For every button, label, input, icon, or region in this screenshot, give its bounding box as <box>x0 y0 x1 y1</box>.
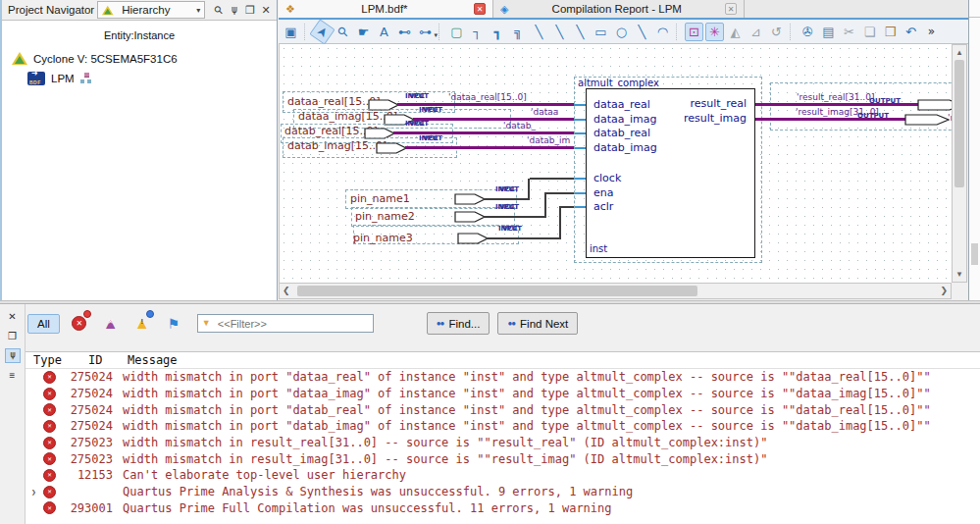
search-icon[interactable]: ⚲ <box>209 0 230 20</box>
tree-item-device[interactable]: Cyclone V: 5CSEMA5F31C6 <box>12 52 277 65</box>
node-wire[interactable] <box>559 206 561 239</box>
tree-item-lpm[interactable]: LPM <box>27 72 277 85</box>
oval-tool-button[interactable]: ○ <box>612 23 631 41</box>
node-wire[interactable] <box>484 198 530 200</box>
input-pin-name[interactable]: pin_name2 <box>355 210 415 223</box>
column-header-id[interactable]: ID <box>88 353 102 367</box>
node-wire[interactable] <box>528 179 530 200</box>
input-pin-symbol[interactable] <box>454 211 486 223</box>
tab-lpm-bdf[interactable]: ❖ LPM.bdf* ✕ <box>279 0 493 18</box>
filter-flags-button[interactable]: ⚑ <box>162 313 185 335</box>
flip-horizontal-button[interactable]: ◭ <box>726 23 745 41</box>
node-wire[interactable] <box>544 192 546 218</box>
instance-name-label[interactable]: inst <box>590 243 607 254</box>
windows-cascade-button[interactable]: ▣ <box>282 23 300 41</box>
close-tab-icon[interactable]: ✕ <box>474 3 486 15</box>
scroll-down-icon[interactable]: ▾ <box>954 267 965 282</box>
input-pin-name[interactable]: pin_name1 <box>350 192 410 205</box>
rotate-left-button[interactable]: ↺ <box>767 23 786 41</box>
float-panel-icon[interactable]: ❐ <box>243 3 257 18</box>
pin-icon[interactable]: ⋔ <box>228 3 241 18</box>
input-pin-name[interactable]: pin_name3 <box>353 232 413 244</box>
diagonal-conduit-tool-button[interactable]: ╲ <box>571 23 590 41</box>
zoom-tool-button[interactable]: ⚲ <box>330 19 356 45</box>
undo-button[interactable]: ↶ <box>902 23 920 41</box>
filter-warnings-button[interactable]: ▲ <box>130 313 154 335</box>
input-pin-symbol[interactable] <box>457 233 489 244</box>
scrollbar-thumb[interactable] <box>954 60 964 187</box>
orthogonal-bus-tool-button[interactable]: ┓ <box>489 23 507 41</box>
toolbar-overflow-button[interactable]: » <box>922 23 941 41</box>
message-row[interactable]: ❯ Quartus Prime Analysis & Synthesis was… <box>26 484 980 500</box>
wire-label[interactable]: datab_im <box>527 135 570 145</box>
wire-label[interactable]: datab_ <box>503 121 536 131</box>
message-row[interactable]: 275024 width mismatch in port "datab_ima… <box>26 418 980 435</box>
message-row[interactable]: 293001 Quartus Prime Full Compilation wa… <box>26 500 980 517</box>
scrollbar-thumb[interactable] <box>297 286 697 296</box>
paste-button[interactable]: ❒ <box>881 23 900 41</box>
message-row[interactable]: 275024 width mismatch in port "datab_rea… <box>26 401 980 418</box>
pin-icon[interactable]: ⋔ <box>5 348 21 363</box>
save-button[interactable]: ✇ <box>799 23 817 41</box>
block-tool-button[interactable]: ▢ <box>447 23 466 41</box>
horizontal-scrollbar[interactable]: ❮ ❯ <box>279 283 952 299</box>
close-icon[interactable]: ✕ <box>5 309 21 324</box>
text-tool-button[interactable]: A <box>375 23 393 41</box>
column-header-message[interactable]: Message <box>128 353 178 367</box>
close-tab-icon[interactable]: ✕ <box>725 3 737 15</box>
rubberbanding-tool-button[interactable]: ✳ <box>705 23 724 41</box>
diagonal-node-tool-button[interactable]: ╲ <box>530 23 548 41</box>
pan-tool-button[interactable]: ☛ <box>354 23 373 41</box>
line-tool-button[interactable]: ╲ <box>633 23 651 41</box>
filter-all-button[interactable]: All <box>27 314 60 334</box>
tab-compilation-report[interactable]: ◈ Compilation Report - LPM ✕ <box>493 0 745 18</box>
vertical-scrollbar[interactable]: ▴ ▾ <box>952 44 967 283</box>
diagonal-bus-tool-button[interactable]: ╲ <box>550 23 569 41</box>
wire-label[interactable]: dataa_real[15..0] <box>448 92 527 102</box>
view-mode-selector[interactable]: Hierarchy ▾ <box>97 1 205 19</box>
input-pin-symbol[interactable] <box>376 142 407 154</box>
message-filter-input[interactable] <box>197 314 374 333</box>
message-row[interactable]: 275024 width mismatch in port "dataa_ima… <box>26 386 980 402</box>
expand-chevron-icon[interactable]: ❯ <box>31 488 43 497</box>
symbol-tool-button[interactable]: ⊷ <box>395 23 414 41</box>
find-next-button[interactable]: ●● Find Next <box>497 312 578 335</box>
rectangle-tool-button[interactable]: ▭ <box>592 23 610 41</box>
node-wire[interactable] <box>546 192 576 194</box>
node-wire[interactable] <box>530 178 576 180</box>
cut-button[interactable]: ✂ <box>840 23 858 41</box>
message-row[interactable]: 275024 width mismatch in port "dataa_rea… <box>26 369 980 386</box>
input-pin-name[interactable]: datab_imag[15..0] <box>287 139 387 152</box>
partition-tool-button[interactable]: ⊡ <box>685 23 703 41</box>
scroll-right-icon[interactable]: ❯ <box>937 284 951 298</box>
wire-label[interactable]: result_real[31..0] <box>797 92 874 102</box>
input-pin-symbol[interactable] <box>454 193 486 205</box>
copy-button[interactable]: ❏ <box>860 23 879 41</box>
output-pin-symbol[interactable] <box>904 114 950 126</box>
pin-tool-button[interactable]: ⊶▾ <box>416 23 435 41</box>
print-button[interactable]: ▤ <box>819 23 838 41</box>
wire-label[interactable]: dataa <box>531 107 558 117</box>
node-wire[interactable] <box>484 216 546 218</box>
orthogonal-node-tool-button[interactable]: ┐ <box>468 23 487 41</box>
column-header-type[interactable]: Type <box>33 353 62 367</box>
flip-vertical-button[interactable]: ⊿ <box>747 23 765 41</box>
node-wire[interactable] <box>487 237 561 239</box>
output-pin-symbol[interactable] <box>917 99 952 111</box>
scroll-up-icon[interactable]: ▴ <box>954 45 965 60</box>
close-panel-icon[interactable]: ✕ <box>259 3 273 18</box>
menu-icon[interactable]: ≡ <box>5 368 21 383</box>
input-pin-name[interactable]: dataa_real[15..0] <box>287 95 380 108</box>
message-row[interactable]: 275023 width mismatch in result_real[31.… <box>26 435 980 451</box>
block-type-name[interactable]: altmult_complex <box>578 78 659 88</box>
find-button[interactable]: ●● Find... <box>427 312 490 335</box>
filter-errors-button[interactable] <box>68 313 91 335</box>
scroll-left-icon[interactable]: ❮ <box>280 284 293 298</box>
bus-wire[interactable] <box>413 118 574 121</box>
filter-critical-warnings-button[interactable]: ▲ <box>99 313 123 335</box>
schematic-canvas[interactable]: dataa_real[15..0] INPUTVCC dataa_real[15… <box>279 44 952 283</box>
arc-tool-button[interactable]: ◠ <box>653 23 672 41</box>
float-panel-icon[interactable]: ❐ <box>5 329 21 343</box>
input-pin-name[interactable]: dataa_imag[15..0] <box>298 110 397 123</box>
scrollbar-thumb[interactable] <box>971 243 978 265</box>
